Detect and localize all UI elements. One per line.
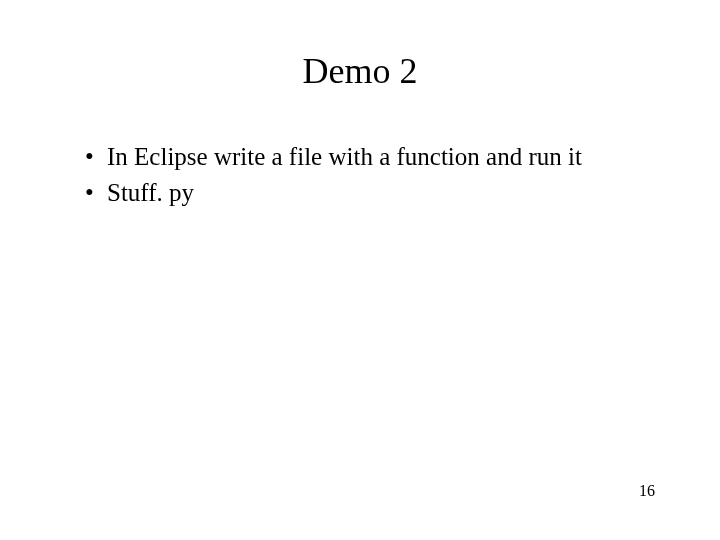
bullet-list: In Eclipse write a file with a function … xyxy=(65,140,655,210)
bullet-item: In Eclipse write a file with a function … xyxy=(85,140,655,174)
bullet-item: Stuff. py xyxy=(85,176,655,210)
page-number: 16 xyxy=(639,482,655,500)
slide: Demo 2 In Eclipse write a file with a fu… xyxy=(0,0,720,540)
slide-title: Demo 2 xyxy=(65,50,655,92)
